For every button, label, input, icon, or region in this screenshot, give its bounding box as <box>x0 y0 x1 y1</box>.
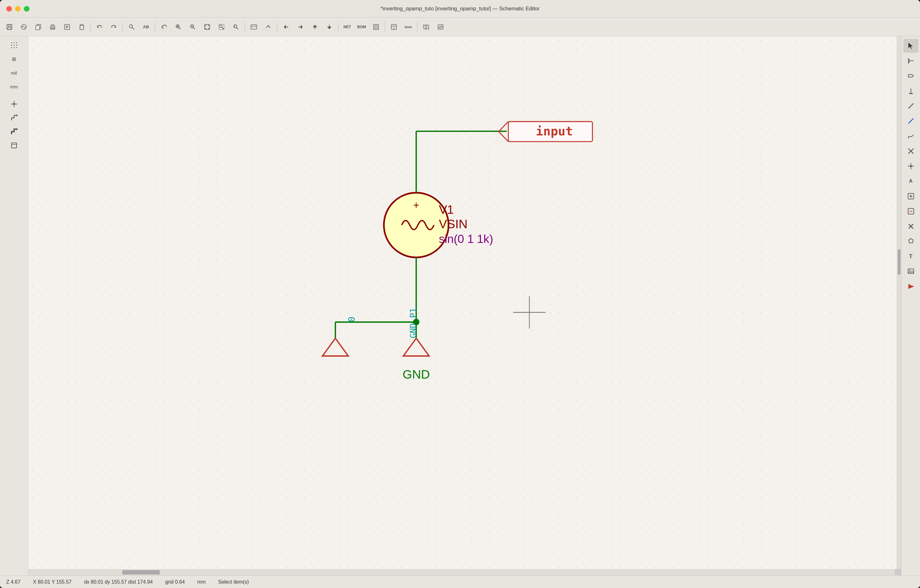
input-label[interactable]: input <box>499 121 592 142</box>
hier-nav-button[interactable] <box>279 20 293 34</box>
hier-sheet-tool[interactable] <box>3 139 25 152</box>
minimize-button[interactable] <box>15 6 21 11</box>
svg-marker-91 <box>909 75 914 77</box>
table-button[interactable] <box>387 20 401 34</box>
sep3 <box>155 22 155 32</box>
image-tool[interactable] <box>904 264 918 278</box>
text-ref-tool[interactable]: A <box>904 174 918 188</box>
svg-rect-2 <box>8 27 11 29</box>
add-power-tool[interactable] <box>904 204 918 218</box>
bom2-button[interactable]: bom <box>402 20 415 34</box>
vertical-scrollbar-thumb[interactable] <box>898 249 901 275</box>
paste-button[interactable] <box>75 20 88 34</box>
junction-tool[interactable] <box>904 159 918 173</box>
svg-text:sin(0 1 1k): sin(0 1 1k) <box>439 232 493 245</box>
save-button[interactable] <box>3 20 16 34</box>
svg-point-102 <box>910 165 912 167</box>
print2-button[interactable] <box>60 20 74 34</box>
sep6 <box>338 22 339 32</box>
zoom-fit-button[interactable] <box>200 20 214 34</box>
unit-mil-button[interactable]: mil <box>3 66 25 79</box>
hier-label-tool[interactable] <box>904 54 918 68</box>
line-tool[interactable] <box>904 99 918 113</box>
svg-marker-79 <box>322 338 348 356</box>
svg-rect-7 <box>52 28 54 29</box>
sep2 <box>123 22 123 32</box>
toolbar: AB <box>0 18 920 36</box>
unit-in-button[interactable]: ⊞ <box>3 53 25 65</box>
svg-point-52 <box>13 45 15 46</box>
main-area: ⊞ mil mm <box>0 36 920 575</box>
svg-text:V1: V1 <box>439 203 454 216</box>
print-button[interactable] <box>46 20 60 34</box>
svg-text:+: + <box>413 199 419 211</box>
sep5 <box>277 22 277 32</box>
svg-line-28 <box>236 28 238 29</box>
svg-point-48 <box>11 42 12 43</box>
svg-point-54 <box>11 47 12 48</box>
delete-tool[interactable] <box>904 280 918 293</box>
close-button[interactable] <box>6 6 12 11</box>
svg-point-14 <box>130 25 133 28</box>
svg-point-25 <box>220 25 222 28</box>
bus-tool[interactable] <box>904 129 918 143</box>
grid-status: grid 0.64 <box>165 579 185 585</box>
svg-text:GND: GND <box>403 368 430 381</box>
global-label-tool[interactable] <box>904 69 918 83</box>
cursor-tool[interactable] <box>904 39 918 53</box>
vertical-scrollbar[interactable] <box>897 36 901 569</box>
zoom-in-button[interactable] <box>172 20 185 34</box>
svg-text:VSIN: VSIN <box>439 217 468 231</box>
zoom-out-button[interactable] <box>186 20 199 34</box>
svg-rect-39 <box>374 24 379 29</box>
unit-mm-button[interactable]: mm <box>3 80 25 93</box>
svg-rect-62 <box>11 143 16 148</box>
copy-button[interactable] <box>31 20 45 34</box>
svg-line-22 <box>193 28 195 29</box>
horizontal-scrollbar[interactable] <box>28 569 895 575</box>
sim-button[interactable] <box>434 20 447 34</box>
polygon-tool[interactable] <box>904 235 918 248</box>
add-symbol-tool[interactable] <box>904 189 918 203</box>
pcb-button[interactable] <box>369 20 383 34</box>
hier-up-button[interactable] <box>308 20 322 34</box>
unit-status: mm <box>198 579 206 585</box>
grid-toggle[interactable] <box>3 39 25 52</box>
find-replace-button[interactable]: AB <box>139 20 153 34</box>
horizontal-scrollbar-thumb[interactable] <box>122 570 160 575</box>
add-bus-tool[interactable] <box>3 125 25 138</box>
hier-down-button[interactable] <box>322 20 336 34</box>
canvas-area[interactable]: input + V1 VSIN <box>28 36 901 575</box>
hier-fwd-button[interactable] <box>293 20 308 34</box>
rotate-ccw-button[interactable] <box>157 20 171 34</box>
svg-point-112 <box>909 270 910 271</box>
netlist-btn2[interactable]: NET <box>340 20 354 34</box>
up-button[interactable] <box>261 20 275 34</box>
pwr-flag-tool[interactable] <box>904 84 918 98</box>
svg-marker-83 <box>403 338 429 356</box>
wire-tool[interactable] <box>904 114 918 128</box>
netlist-button[interactable] <box>17 20 31 34</box>
redo-button[interactable] <box>107 20 121 34</box>
sheet-button[interactable] <box>247 20 261 34</box>
text-tool[interactable]: T <box>904 249 918 263</box>
no-connect-tool[interactable] <box>904 219 918 233</box>
undo-button[interactable] <box>92 20 106 34</box>
svg-point-56 <box>16 47 17 48</box>
bom-button[interactable]: BOM <box>355 20 369 34</box>
left-panel: ⊞ mil mm <box>0 36 28 575</box>
find-button[interactable] <box>125 20 139 34</box>
map-button[interactable] <box>419 20 433 34</box>
zoom-prev-button[interactable] <box>229 20 243 34</box>
zoom-status: Z 4.67 <box>6 579 20 585</box>
svg-text:input: input <box>536 124 573 138</box>
maximize-button[interactable] <box>24 6 29 11</box>
zoom-area-button[interactable] <box>215 20 228 34</box>
svg-point-53 <box>16 45 17 46</box>
svg-marker-31 <box>284 25 286 29</box>
cross-tool[interactable] <box>904 144 918 158</box>
window-title: *inverting_opamp_tuto [inverting_opamp_t… <box>381 6 539 12</box>
coords-status: X 80.01 Y 155.57 <box>33 579 71 585</box>
add-power-pin[interactable] <box>3 98 25 110</box>
add-wire-tool[interactable] <box>3 112 25 124</box>
